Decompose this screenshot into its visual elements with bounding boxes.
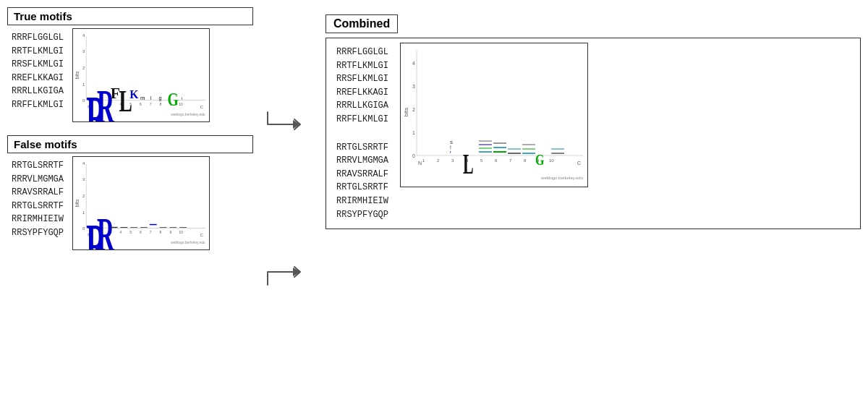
left-panel: True motifs RRRFLGGLGL RRTFLKMLGI RRSFLK… [7,7,253,390]
false-motifs-logo: bits 0 1 2 3 4 N C 1 2 3 [72,156,210,250]
svg-text:G: G [167,90,179,110]
list-item: RRTGLSRRTF [336,141,388,155]
svg-text:4: 4 [119,231,122,234]
list-item: RRIRMHIEIW [336,195,388,208]
svg-text:C: C [200,233,204,237]
list-item: RRFFLKMLGI [12,98,64,112]
svg-text:10: 10 [179,231,183,234]
svg-text:1: 1 [82,210,85,215]
arrow-top-svg [264,105,315,145]
svg-text:3: 3 [82,49,85,54]
list-item: RRRFLGGLGL [12,31,64,45]
list-item: RRIRMHIEIW [12,213,64,226]
svg-text:bits: bits [75,71,80,79]
list-item: RRTGLSRRTF [12,159,64,173]
svg-text:1: 1 [412,130,415,135]
list-item: RRTFLKMLGI [336,59,388,73]
list-item: RRAVSRRALF [12,186,64,200]
list-item: RRRLLKGIGA [12,85,64,98]
list-item: RRTGLSRRTF [336,181,388,195]
svg-text:N: N [418,161,422,166]
svg-text:7: 7 [150,231,152,234]
combined-label: Combined [326,14,398,33]
svg-text:5: 5 [480,158,483,163]
list-item: RREFLKKAGI [336,86,388,100]
list-item: RRAVSRRALF [336,168,388,182]
arrows-panel [260,7,318,390]
svg-text:7: 7 [150,103,152,106]
svg-text:s: s [450,139,453,145]
main-container: True motifs RRRFLGGLGL RRTFLKMLGI RRSFLK… [0,0,868,397]
svg-text:6: 6 [495,158,498,163]
svg-text:1: 1 [82,82,85,87]
svg-text:bits: bits [75,199,80,207]
true-motifs-sequences: RRRFLGGLGL RRTFLKMLGI RRSFLKMLGI RREFLKK… [7,28,68,122]
svg-text:1: 1 [422,158,425,163]
list-item: RRSYPFYGQP [12,226,64,240]
svg-text:bits: bits [403,108,409,116]
sequence-spacer [332,129,393,138]
false-motifs-sequences: RRTGLSRRTF RRRVLMGMGA RRAVSRRALF RRTGLSR… [7,156,68,250]
svg-text:G: G [535,151,544,168]
list-item: RRRVLMGMGA [336,154,388,168]
svg-text:4: 4 [82,161,85,166]
svg-text:m: m [140,95,145,101]
svg-text:R: R [432,171,454,188]
list-item: RRFFLKMLGI [336,113,388,127]
combined-logo: bits 0 1 2 3 4 N C 1 2 3 4 5 [400,43,588,187]
svg-text:10: 10 [179,103,183,106]
svg-text:2: 2 [437,158,440,163]
svg-text:C: C [577,161,581,166]
combined-sequences-bottom: RRTGLSRRTF RRRVLMGMGA RRAVSRRALF RRTGLSR… [332,138,393,225]
svg-text:6: 6 [140,231,142,234]
true-motifs-label: True motifs [7,7,253,25]
svg-text:C: C [200,105,204,109]
svg-text:2: 2 [412,107,415,112]
arrow-top [264,105,315,145]
svg-text:3: 3 [82,177,85,182]
combined-sequences-top: RRRFLGGLGL RRTFLKMLGI RRSFLKMLGI RREFLKK… [332,43,393,129]
right-panel: Combined RRRFLGGLGL RRTFLKMLGI RRSFLKMLG… [326,7,861,390]
svg-text:L: L [463,148,474,180]
true-motifs-logo-svg: bits 0 1 2 3 4 N C [73,29,209,121]
combined-section: RRRFLGGLGL RRTFLKMLGI RRSFLKMLGI RREFLKK… [326,38,861,229]
svg-text:weblogo.berkeley.edu: weblogo.berkeley.edu [540,176,583,180]
svg-text:R: R [97,208,115,249]
svg-text:3: 3 [412,84,415,89]
false-motifs-label: False motifs [7,135,253,153]
true-motifs-section: True motifs RRRFLGGLGL RRTFLKMLGI RRSFLK… [7,7,253,122]
svg-text:i: i [182,96,182,101]
false-motifs-content: RRTGLSRRTF RRRVLMGMGA RRAVSRRALF RRTGLSR… [7,156,253,250]
svg-text:4: 4 [82,33,85,38]
svg-text:5: 5 [129,231,132,234]
svg-text:2: 2 [82,194,85,198]
combined-sequences-container: RRRFLGGLGL RRTFLKMLGI RRSFLKMLGI RREFLKK… [332,43,393,224]
svg-text:8: 8 [160,103,162,106]
svg-text:r: r [450,150,451,154]
true-motifs-content: RRRFLGGLGL RRTFLKMLGI RRSFLKMLGI RREFLKK… [7,28,253,122]
svg-text:0: 0 [82,98,85,103]
svg-text:t: t [450,145,451,150]
svg-text:0: 0 [82,226,85,231]
svg-text:0: 0 [412,153,415,158]
svg-text:10: 10 [549,158,554,163]
list-item: RRSFLKMLGI [12,58,64,72]
false-motifs-section: False motifs RRTGLSRRTF RRRVLMGMGA RRAVS… [7,135,253,250]
svg-text:2: 2 [82,66,85,70]
arrow-bottom [264,252,315,292]
list-item: RRRVLMGMGA [12,173,64,187]
svg-text:8: 8 [160,231,162,234]
svg-text:9: 9 [169,231,171,234]
svg-text:4: 4 [412,61,415,66]
list-item: RRSFLKMLGI [336,72,388,86]
svg-text:g: g [159,95,162,101]
false-motifs-logo-svg: bits 0 1 2 3 4 N C 1 2 3 [73,157,209,249]
list-item: RREFLKKAGI [12,72,64,85]
list-item: RRTFLKMLGI [12,45,64,59]
true-motifs-logo: bits 0 1 2 3 4 N C [72,28,210,122]
svg-text:weblogo.berkeley.edu: weblogo.berkeley.edu [171,113,205,116]
svg-text:7: 7 [509,158,512,163]
svg-text:8: 8 [524,158,527,163]
list-item: RRSYPFYGQP [336,208,388,222]
svg-text:K: K [129,88,139,101]
